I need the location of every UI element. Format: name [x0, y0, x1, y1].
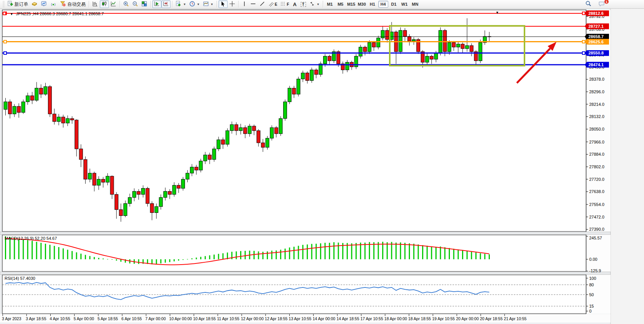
text-label-tool[interactable]: T	[299, 0, 308, 8]
timeframe-m15[interactable]: M15	[346, 1, 356, 8]
candle-body	[363, 47, 367, 52]
signals-button[interactable]	[49, 0, 58, 8]
price-tag-value: 28625.6	[588, 40, 604, 44]
candle-body	[102, 179, 105, 182]
candle-body	[279, 118, 282, 134]
trendline-tool[interactable]	[258, 0, 267, 8]
bar-chart-button[interactable]	[91, 0, 100, 8]
line-handle[interactable]	[4, 40, 6, 43]
zoom-in-button[interactable]	[121, 0, 131, 8]
timeframe-d1[interactable]: D1	[389, 1, 399, 8]
line-handle[interactable]	[582, 52, 585, 54]
macd-bar	[245, 251, 246, 259]
channel-letter: E	[275, 2, 277, 6]
macd-label: MACD(12,26,9) 52.20 54.67	[5, 236, 57, 241]
timeframe-h1[interactable]: H1	[368, 1, 378, 8]
candle-body	[8, 102, 12, 114]
template-dropdown[interactable]: ▼	[201, 0, 215, 8]
chat-button[interactable]: 1	[597, 0, 607, 8]
tile-windows-button[interactable]	[140, 0, 149, 8]
macd-bar	[427, 246, 428, 259]
auto-trading-button[interactable]: 自动交易	[58, 0, 87, 8]
crosshair-tool-button[interactable]	[228, 0, 237, 8]
macd-bar	[489, 254, 490, 259]
zoom-out-button[interactable]	[131, 0, 140, 8]
vertical-line-icon	[242, 1, 247, 8]
macd-bar	[107, 259, 108, 260]
macd-bar	[205, 256, 206, 259]
macd-bar	[480, 253, 481, 259]
macd-bar	[462, 250, 463, 259]
line-chart-button[interactable]	[109, 0, 118, 8]
timeframe-mn[interactable]: MN	[410, 1, 420, 8]
rsi-pane[interactable]	[2, 275, 586, 314]
timeframe-m30[interactable]: M30	[357, 1, 367, 8]
candle-body	[141, 188, 145, 195]
macd-bar	[182, 259, 183, 260]
cursor-tool-button[interactable]	[218, 0, 228, 8]
horizontal-line-tool[interactable]	[249, 0, 258, 8]
timeframe-m1[interactable]: M1	[325, 1, 335, 8]
auto-scroll-button[interactable]	[152, 0, 161, 8]
macd-bar	[293, 247, 295, 259]
equidistant-channel-tool[interactable]: E	[267, 0, 279, 8]
candle-body	[274, 128, 278, 134]
candle-body	[221, 140, 225, 144]
period-dropdown[interactable]: ▼	[188, 0, 201, 8]
pane-splitter[interactable]	[0, 232, 611, 235]
candle-body	[324, 56, 327, 64]
price-axis-label: 27966.0	[589, 140, 604, 144]
candle-body	[164, 192, 167, 198]
new-chart-dropdown[interactable]: ▼	[174, 0, 188, 8]
macd-axis-label: 245.57	[589, 236, 602, 240]
candle-body	[430, 56, 433, 59]
candle-body	[4, 102, 7, 109]
search-button[interactable]	[583, 0, 593, 8]
auto-trading-label: 自动交易	[67, 1, 86, 8]
time-axis-label: 5 Apr 00:00	[73, 316, 94, 321]
channel-icon	[268, 1, 274, 8]
pane-splitter[interactable]	[0, 272, 611, 275]
candle-body	[48, 86, 52, 114]
candle-body	[88, 173, 92, 179]
chevron-down-icon: ▼	[197, 3, 200, 6]
fibonacci-tool[interactable]: F	[279, 0, 290, 8]
macd-bar	[471, 252, 472, 259]
price-pane[interactable]	[2, 10, 586, 231]
market-watch-button[interactable]	[30, 0, 39, 8]
candlestick-chart-button[interactable]	[100, 0, 109, 8]
macd-bar	[67, 250, 68, 259]
line-handle[interactable]	[582, 40, 585, 43]
arrows-dropdown[interactable]: ▼	[308, 0, 321, 8]
navigator-button[interactable]	[39, 0, 49, 8]
price-axis-label: 27884.0	[589, 152, 604, 156]
timeframe-w1[interactable]: W1	[400, 1, 410, 8]
timeframe-m5[interactable]: M5	[336, 1, 346, 8]
chart-canvas[interactable]: ▼JPN225 ,H4 28666.3 28680.7 28641.1 2865…	[0, 0, 644, 324]
text-tool[interactable]: A	[291, 0, 299, 8]
macd-bar	[262, 252, 263, 259]
object-marker-icon: ▼	[496, 11, 499, 14]
macd-bar	[457, 249, 459, 259]
price-axis-label: 27472.0	[589, 215, 604, 219]
candle-body	[261, 143, 265, 147]
new-order-button[interactable]: 新订单	[6, 0, 30, 8]
candle-body	[244, 128, 247, 134]
vertical-line-tool[interactable]	[240, 0, 249, 8]
search-icon	[585, 0, 591, 8]
toolbar-grip[interactable]	[3, 1, 5, 7]
macd-bar	[214, 255, 215, 259]
template-icon	[203, 1, 209, 8]
candle-body	[44, 86, 47, 94]
line-handle[interactable]	[3, 12, 6, 15]
chart-shift-button[interactable]	[161, 0, 171, 8]
macd-bar	[320, 243, 321, 259]
line-handle[interactable]	[4, 52, 6, 54]
macd-bar	[178, 259, 179, 260]
line-handle[interactable]	[582, 12, 585, 14]
bar-chart-icon	[92, 1, 98, 8]
macd-bar	[45, 244, 46, 259]
macd-bar	[32, 241, 33, 259]
timeframe-h4[interactable]: H4	[378, 1, 388, 8]
candle-body	[97, 179, 100, 185]
